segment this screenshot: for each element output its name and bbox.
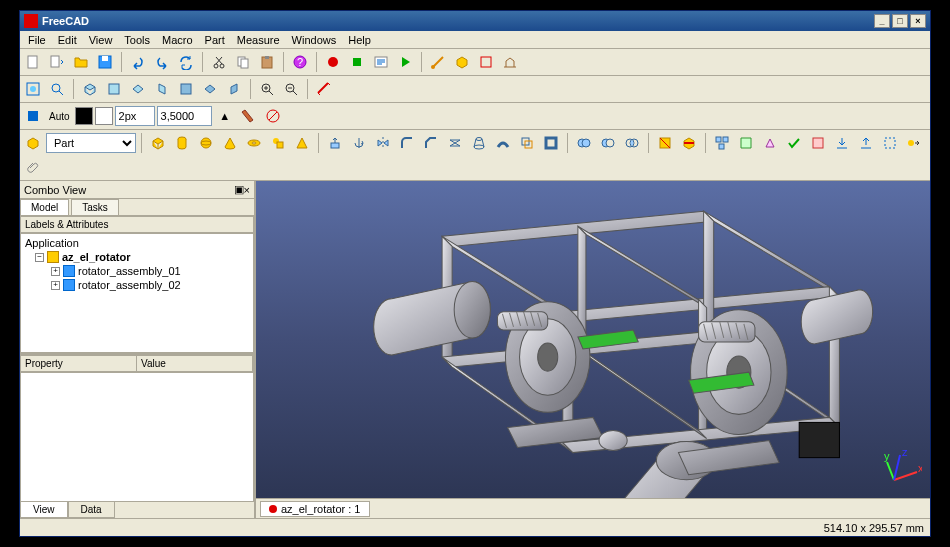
extrude-icon[interactable]	[324, 132, 346, 154]
tab-model[interactable]: Model	[20, 199, 69, 215]
property-body[interactable]	[20, 372, 254, 502]
save-icon[interactable]	[94, 51, 116, 73]
axis-gizmo[interactable]: x y z	[882, 450, 922, 490]
tree-collapse-icon[interactable]: −	[35, 253, 44, 262]
right-icon[interactable]	[151, 78, 173, 100]
refresh-icon[interactable]	[175, 51, 197, 73]
zoom-out-icon[interactable]	[280, 78, 302, 100]
workbench-select[interactable]: Part	[46, 133, 136, 153]
draft-wb-icon[interactable]	[427, 51, 449, 73]
construction-toggle[interactable]	[22, 105, 44, 127]
mirror-icon[interactable]	[372, 132, 394, 154]
tree-item-assembly-2[interactable]: + rotator_assembly_02	[23, 278, 251, 292]
part-wb-icon[interactable]	[451, 51, 473, 73]
menu-windows[interactable]: Windows	[286, 32, 343, 48]
line-width-input[interactable]	[115, 106, 155, 126]
top-icon[interactable]	[127, 78, 149, 100]
undo-icon[interactable]	[127, 51, 149, 73]
shapebuilder-icon[interactable]	[291, 132, 313, 154]
redo-icon[interactable]	[151, 51, 173, 73]
check-geom-icon[interactable]	[783, 132, 805, 154]
sphere-icon[interactable]	[195, 132, 217, 154]
menu-file[interactable]: File	[22, 32, 52, 48]
workbench-switcher-icon[interactable]	[22, 132, 44, 154]
stepper-up-icon[interactable]: ▲	[214, 105, 236, 127]
isometric-icon[interactable]	[79, 78, 101, 100]
left-icon[interactable]	[223, 78, 245, 100]
prop-col-value[interactable]: Value	[137, 356, 253, 371]
cube-icon[interactable]	[147, 132, 169, 154]
copy-icon[interactable]	[232, 51, 254, 73]
play-icon[interactable]	[394, 51, 416, 73]
prop-col-property[interactable]: Property	[21, 356, 137, 371]
subtract-icon[interactable]	[597, 132, 619, 154]
fit-all-icon[interactable]	[22, 78, 44, 100]
cylinder-icon[interactable]	[171, 132, 193, 154]
record-icon[interactable]	[322, 51, 344, 73]
export-icon[interactable]	[855, 132, 877, 154]
maximize-button[interactable]: □	[892, 14, 908, 28]
primitives-icon[interactable]	[267, 132, 289, 154]
bottom-icon[interactable]	[199, 78, 221, 100]
menu-view[interactable]: View	[83, 32, 119, 48]
measure-icon[interactable]	[313, 78, 335, 100]
fit-selection-icon[interactable]	[46, 78, 68, 100]
font-size-input[interactable]	[157, 106, 212, 126]
face-color-picker[interactable]	[95, 107, 113, 125]
menu-part[interactable]: Part	[199, 32, 231, 48]
open-icon[interactable]	[70, 51, 92, 73]
sweep-icon[interactable]	[492, 132, 514, 154]
menu-edit[interactable]: Edit	[52, 32, 83, 48]
back-icon[interactable]	[175, 78, 197, 100]
defeature-icon[interactable]	[807, 132, 829, 154]
chamfer-icon[interactable]	[420, 132, 442, 154]
union-icon[interactable]	[573, 132, 595, 154]
minimize-button[interactable]: _	[874, 14, 890, 28]
revolve-icon[interactable]	[348, 132, 370, 154]
cone-icon[interactable]	[219, 132, 241, 154]
none-style-icon[interactable]	[262, 105, 284, 127]
document-tab[interactable]: az_el_rotator : 1	[260, 501, 370, 517]
apply-style-icon[interactable]	[238, 105, 260, 127]
intersect-icon[interactable]	[621, 132, 643, 154]
new-dropdown-icon[interactable]	[46, 51, 68, 73]
tree-view[interactable]: Application − az_el_rotator + rotator_as…	[20, 233, 254, 353]
tree-document[interactable]: − az_el_rotator	[23, 250, 251, 264]
torus-icon[interactable]	[243, 132, 265, 154]
sketch-wb-icon[interactable]	[475, 51, 497, 73]
zoom-in-icon[interactable]	[256, 78, 278, 100]
offset-icon[interactable]	[516, 132, 538, 154]
panel-undock-icon[interactable]: ▣	[234, 183, 244, 196]
import-icon[interactable]	[831, 132, 853, 154]
fillet-icon[interactable]	[396, 132, 418, 154]
thickness-icon[interactable]	[540, 132, 562, 154]
make-compound-icon[interactable]	[711, 132, 733, 154]
ruled-icon[interactable]	[444, 132, 466, 154]
box-select-icon[interactable]	[879, 132, 901, 154]
tree-item-assembly-1[interactable]: + rotator_assembly_01	[23, 264, 251, 278]
line-color-picker[interactable]	[75, 107, 93, 125]
new-icon[interactable]	[22, 51, 44, 73]
stop-icon[interactable]	[346, 51, 368, 73]
section-icon[interactable]	[654, 132, 676, 154]
tab-data[interactable]: Data	[68, 502, 115, 518]
macros-icon[interactable]	[370, 51, 392, 73]
make-face-icon[interactable]	[735, 132, 757, 154]
convert-icon[interactable]	[903, 132, 925, 154]
help-icon[interactable]: ?	[289, 51, 311, 73]
cut-icon[interactable]	[208, 51, 230, 73]
tree-root[interactable]: Application	[23, 236, 251, 250]
tab-tasks[interactable]: Tasks	[71, 199, 119, 215]
cross-section-icon[interactable]	[678, 132, 700, 154]
tab-view[interactable]: View	[20, 502, 68, 518]
arch-wb-icon[interactable]	[499, 51, 521, 73]
paste-icon[interactable]	[256, 51, 278, 73]
menu-measure[interactable]: Measure	[231, 32, 286, 48]
menu-tools[interactable]: Tools	[118, 32, 156, 48]
front-icon[interactable]	[103, 78, 125, 100]
tree-expand-icon[interactable]: +	[51, 267, 60, 276]
menu-macro[interactable]: Macro	[156, 32, 199, 48]
refine-icon[interactable]	[759, 132, 781, 154]
titlebar[interactable]: FreeCAD _ □ ×	[20, 11, 930, 31]
3d-viewport[interactable]: x y z	[256, 181, 930, 498]
